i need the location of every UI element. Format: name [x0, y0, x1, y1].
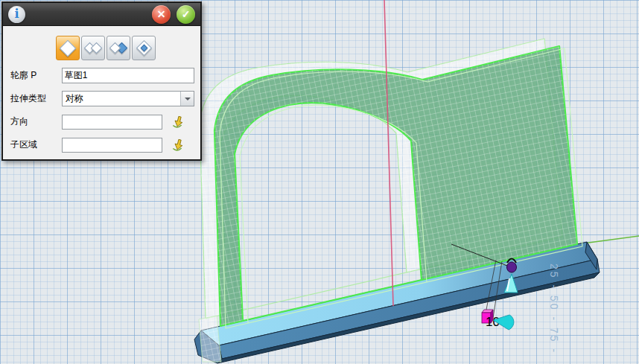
cancel-button[interactable]: ✕: [152, 5, 171, 24]
pick-arrow-icon: [171, 115, 184, 129]
pick-arrow-icon: [171, 138, 184, 152]
diamond-pair-icon: [91, 42, 103, 54]
extrude-type-toolbar: [56, 36, 200, 60]
direction-label: 方向: [10, 115, 62, 128]
direction-row: 方向: [10, 114, 194, 130]
extent-ruler-label: 25 - 50 - 75 -: [548, 264, 560, 354]
extrude-type-value: 对称: [63, 92, 180, 106]
subregion-input[interactable]: [62, 138, 162, 153]
sketch-axis-vertical: [384, 0, 393, 306]
base-plate[interactable]: [194, 242, 600, 363]
profile-input[interactable]: [62, 68, 194, 83]
dialog-titlebar: i ✕ ✓: [3, 3, 200, 26]
application-window: { "dialog": { "info_glyph": "i", "cancel…: [0, 0, 639, 364]
close-icon: ✕: [157, 9, 166, 19]
dialog-body: 轮廓 P 拉伸类型 对称 方向 子区域: [3, 36, 200, 159]
extrude-dialog: i ✕ ✓: [1, 1, 202, 161]
diamond-single-icon: [60, 40, 77, 57]
extrude-preview-ghost-strip: [199, 316, 221, 362]
direction-input[interactable]: [62, 115, 162, 130]
extrude-type-label: 拉伸类型: [10, 92, 62, 105]
extrude-type-button-1[interactable]: [56, 36, 80, 60]
direction-picker-button[interactable]: [170, 115, 185, 130]
dropdown-arrow-icon[interactable]: [180, 92, 194, 106]
extrude-type-select[interactable]: 对称: [62, 91, 194, 106]
extrude-type-button-3[interactable]: [106, 36, 130, 60]
anchor-sphere-handle[interactable]: [507, 262, 517, 272]
info-icon[interactable]: i: [8, 6, 25, 23]
profile-row: 轮廓 P: [10, 68, 194, 83]
dialog-actions: ✕ ✓: [152, 5, 195, 24]
subregion-row: 子区域: [10, 137, 194, 153]
info-glyph: i: [14, 8, 19, 20]
extrude-type-row: 拉伸类型 对称: [10, 91, 194, 106]
extrude-type-button-4[interactable]: [132, 36, 156, 60]
extrude-type-button-2[interactable]: [81, 36, 105, 60]
profile-label: 轮廓 P: [10, 69, 62, 82]
confirm-button[interactable]: ✓: [177, 5, 195, 24]
subregion-label: 子区域: [10, 138, 62, 151]
check-icon: ✓: [182, 9, 191, 19]
subregion-picker-button[interactable]: [170, 138, 185, 153]
